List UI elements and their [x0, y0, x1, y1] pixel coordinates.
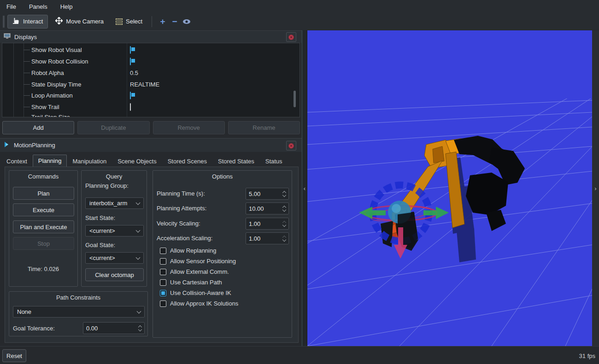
reset-button[interactable]: Reset	[2, 349, 26, 362]
allow-approx-ik-solutions-checkbox[interactable]: Allow Approx IK Solutions	[160, 300, 238, 307]
move-arrows-icon	[55, 17, 63, 26]
moveit-chevron-icon	[4, 141, 10, 149]
property-value[interactable]: REALTIME	[130, 81, 159, 88]
checkbox-checked-icon[interactable]	[130, 92, 131, 99]
velocity-scaling-label: Velocity Scaling:	[157, 220, 200, 227]
scrollbar-thumb[interactable]	[294, 91, 296, 107]
plan-and-execute-button[interactable]: Plan and Execute	[13, 220, 74, 233]
clear-octomap-button[interactable]: Clear octomap	[85, 268, 144, 281]
displays-button-row: Add Duplicate Remove Rename	[2, 121, 300, 134]
chevron-down-icon	[137, 309, 141, 313]
checkbox-checked-icon	[160, 290, 166, 296]
menu-file[interactable]: File	[0, 0, 23, 13]
goal-state-combo[interactable]: <current>	[85, 252, 144, 264]
spinner-arrows-icon[interactable]	[283, 191, 286, 196]
eye-visibility-button[interactable]	[181, 16, 193, 28]
spinner-arrows-icon[interactable]	[283, 236, 286, 241]
allow-replanning-checkbox[interactable]: Allow Replanning	[160, 247, 216, 254]
planning-time-result: Time: 0.026	[9, 266, 77, 272]
toolbar: Interact Move Camera Select + −	[0, 13, 599, 30]
checkbox-checked-icon[interactable]	[130, 46, 131, 54]
property-row-state-display-time[interactable]: State Display Time REALTIME	[2, 79, 300, 90]
property-row-show-robot-collision[interactable]: Show Robot Collision	[2, 56, 300, 67]
planning-attempts-spinbox[interactable]: 10.00	[246, 202, 289, 214]
property-row-partial[interactable]: Trail Step Size	[2, 113, 300, 117]
menu-help[interactable]: Help	[54, 0, 79, 13]
start-state-combo[interactable]: <current>	[85, 225, 144, 237]
chevron-down-icon	[136, 228, 141, 232]
tab-status[interactable]: Status	[260, 156, 288, 167]
zoom-out-button[interactable]: −	[169, 16, 181, 28]
planning-time-label: Planning Time (s):	[157, 190, 205, 197]
chevron-down-icon	[136, 255, 141, 260]
render-scene	[307, 30, 592, 346]
tab-planning[interactable]: Planning	[33, 155, 67, 167]
select-tool-label: Select	[126, 18, 142, 25]
path-constraints-title: Path Constraints	[9, 294, 147, 301]
property-row-robot-alpha[interactable]: Robot Alpha 0.5	[2, 67, 300, 79]
chevron-right-icon: ›	[594, 185, 596, 192]
property-row-loop-animation[interactable]: Loop Animation	[2, 90, 300, 101]
rename-display-button[interactable]: Rename	[228, 121, 300, 134]
goal-tolerance-spinbox[interactable]: 0.00	[83, 322, 145, 334]
planning-group-combo[interactable]: interbotix_arm	[85, 197, 144, 209]
zoom-in-button[interactable]: +	[157, 16, 169, 28]
property-value[interactable]: 0.5	[130, 69, 138, 76]
move-camera-tool-label: Move Camera	[66, 18, 104, 25]
tab-scene-objects[interactable]: Scene Objects	[112, 156, 162, 167]
displays-property-tree[interactable]: Show Robot Visual Show Robot Collision R…	[2, 43, 300, 117]
property-row-show-trail[interactable]: Show Trail	[2, 101, 300, 113]
checkbox-unchecked-icon[interactable]	[130, 103, 131, 111]
chevron-left-icon: ‹	[304, 185, 305, 192]
planning-group-label: Planning Group:	[85, 182, 129, 189]
use-cartesian-path-checkbox[interactable]: Use Cartesian Path	[160, 279, 222, 286]
spinner-arrows-icon[interactable]	[283, 206, 286, 211]
tab-manipulation[interactable]: Manipulation	[67, 156, 112, 167]
panel-splitter-right[interactable]: ›	[592, 30, 599, 346]
interact-tool-label: Interact	[23, 18, 43, 25]
monitor-icon	[4, 33, 11, 40]
use-collision-aware-ik-checkbox[interactable]: Use Collision-Aware IK	[160, 289, 231, 296]
status-bar: Reset 31 fps	[0, 346, 599, 364]
commands-group-title: Commands	[9, 173, 77, 180]
commands-group: Commands Plan Execute Plan and Execute S…	[9, 170, 78, 287]
spinner-arrows-icon[interactable]	[139, 326, 141, 331]
checkbox-unchecked-icon	[160, 248, 166, 254]
plan-button[interactable]: Plan	[13, 187, 74, 200]
goal-tolerance-label: Goal Tolerance:	[13, 325, 55, 332]
move-camera-tool-button[interactable]: Move Camera	[51, 15, 108, 29]
stop-button[interactable]: Stop	[13, 237, 74, 250]
checkbox-unchecked-icon	[160, 258, 166, 265]
select-tool-button[interactable]: Select	[111, 15, 147, 29]
velocity-scaling-spinbox[interactable]: 1.00	[246, 218, 289, 230]
path-constraints-combo[interactable]: None	[13, 306, 145, 318]
displays-panel-title: Displays	[14, 34, 37, 40]
property-row-show-robot-visual[interactable]: Show Robot Visual	[2, 44, 300, 56]
acceleration-scaling-spinbox[interactable]: 1.00	[246, 232, 289, 244]
motion-planning-close-button[interactable]: ×	[286, 141, 296, 150]
3d-viewport[interactable]	[307, 30, 592, 346]
checkbox-unchecked-icon	[160, 269, 166, 275]
fps-counter: 31 fps	[579, 352, 595, 359]
motion-planning-panel-header[interactable]: MotionPlanning ×	[0, 138, 302, 152]
remove-display-button[interactable]: Remove	[153, 121, 225, 134]
allow-sensor-positioning-checkbox[interactable]: Allow Sensor Positioning	[160, 258, 236, 265]
duplicate-display-button[interactable]: Duplicate	[77, 121, 149, 134]
toolbar-drag-handle[interactable]	[3, 16, 5, 28]
spinner-arrows-icon[interactable]	[283, 221, 286, 226]
close-icon: ×	[288, 143, 294, 149]
tab-stored-states[interactable]: Stored States	[212, 156, 260, 167]
add-display-button[interactable]: Add	[2, 121, 74, 134]
planning-time-spinbox[interactable]: 5.00	[246, 188, 289, 200]
menu-panels[interactable]: Panels	[23, 0, 54, 13]
allow-external-comm-checkbox[interactable]: Allow External Comm.	[160, 268, 229, 275]
tab-stored-scenes[interactable]: Stored Scenes	[162, 156, 212, 167]
tab-context[interactable]: Context	[1, 156, 33, 167]
panel-splitter-left[interactable]: ‹	[302, 30, 307, 346]
toolbar-separator	[152, 16, 152, 27]
displays-panel-header[interactable]: Displays ×	[0, 30, 302, 43]
displays-close-button[interactable]: ×	[286, 32, 296, 42]
checkbox-checked-icon[interactable]	[130, 58, 131, 65]
execute-button[interactable]: Execute	[13, 203, 74, 216]
interact-tool-button[interactable]: Interact	[7, 15, 48, 29]
